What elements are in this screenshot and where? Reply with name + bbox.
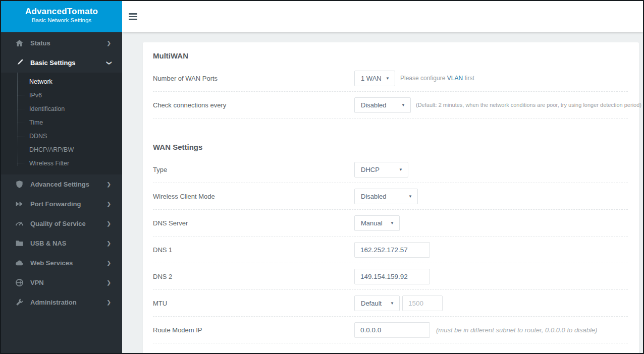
logo-block: AdvancedTomato Basic Network Settings bbox=[1, 1, 122, 32]
row-check-connections: Check connections every Disabled ▼ (Defa… bbox=[153, 92, 628, 119]
submenu-label: Wireless Filter bbox=[29, 160, 69, 167]
sidebar-item-label: Administration bbox=[30, 299, 77, 306]
select-value: Default bbox=[361, 300, 382, 307]
chevron-right-icon: ❯ bbox=[107, 241, 111, 246]
settings-card: MultiWAN Number of WAN Ports 1 WAN ▼ Ple… bbox=[143, 42, 639, 354]
sidebar-item-quality-of-service[interactable]: Quality of Service ❯ bbox=[1, 214, 122, 233]
submenu-label: Network bbox=[29, 78, 52, 85]
vlan-link[interactable]: VLAN bbox=[447, 75, 463, 82]
row-number-of-wan-ports: Number of WAN Ports 1 WAN ▼ Please confi… bbox=[153, 65, 628, 92]
submenu-label: IPv6 bbox=[29, 92, 42, 99]
dns-server-select[interactable]: Manual ▼ bbox=[354, 215, 400, 231]
setting-label: Check connections every bbox=[153, 101, 354, 109]
wan-ports-hint: Please configure VLAN first bbox=[400, 75, 474, 82]
sidebar-item-basic-settings[interactable]: Basic Settings ❯ bbox=[1, 53, 122, 73]
dropdown-arrow-icon: ▼ bbox=[390, 301, 394, 306]
gauge-icon bbox=[15, 219, 24, 228]
sidebar-item-label: VPN bbox=[30, 279, 44, 286]
sidebar-item-usb-nas[interactable]: USB & NAS ❯ bbox=[1, 233, 122, 253]
chevron-right-icon: ❯ bbox=[107, 280, 111, 285]
setting-label: Route Modem IP bbox=[153, 326, 354, 334]
check-connections-hint: (Default: 2 minutes, when the network co… bbox=[416, 102, 641, 108]
sidebar-item-label: Web Services bbox=[30, 259, 73, 267]
sidebar-item-label: USB & NAS bbox=[30, 240, 67, 247]
sidebar-item-label: Status bbox=[30, 39, 50, 47]
route-modem-ip-input[interactable] bbox=[354, 322, 430, 338]
sidebar-nav: Status ❯ Basic Settings ❯ Network IPv6 I… bbox=[1, 32, 122, 353]
dns2-input[interactable] bbox=[354, 269, 430, 284]
home-icon bbox=[15, 39, 24, 47]
sidebar-item-advanced-settings[interactable]: Advanced Settings ❯ bbox=[1, 174, 122, 194]
dropdown-arrow-icon: ▼ bbox=[401, 103, 405, 107]
row-mtu: MTU Default ▼ bbox=[153, 290, 628, 317]
basic-settings-submenu: Network IPv6 Identification Time DDNS DH… bbox=[1, 73, 122, 174]
wireless-client-mode-select[interactable]: Disabled ▼ bbox=[354, 189, 418, 204]
globe-icon bbox=[15, 278, 24, 287]
chevron-right-icon: ❯ bbox=[107, 300, 111, 305]
sidebar-item-vpn[interactable]: VPN ❯ bbox=[1, 273, 122, 292]
select-value: 1 WAN bbox=[361, 75, 382, 82]
sidebar-item-ipv6[interactable]: IPv6 bbox=[1, 89, 122, 102]
sidebar-item-web-services[interactable]: Web Services ❯ bbox=[1, 253, 122, 273]
row-dns2: DNS 2 bbox=[153, 263, 628, 290]
chevron-right-icon: ❯ bbox=[107, 182, 111, 187]
shield-icon bbox=[15, 180, 24, 189]
cloud-icon bbox=[15, 259, 24, 267]
sidebar-item-network[interactable]: Network bbox=[1, 75, 122, 89]
mtu-select[interactable]: Default ▼ bbox=[354, 296, 400, 311]
app-title: AdvancedTomato bbox=[1, 7, 122, 17]
setting-label: Number of WAN Ports bbox=[153, 75, 354, 82]
sidebar-item-port-forwarding[interactable]: Port Forwarding ❯ bbox=[1, 194, 122, 214]
route-modem-hint: (must be in different subnet to router, … bbox=[436, 326, 597, 334]
chevron-right-icon: ❯ bbox=[107, 202, 111, 207]
check-connections-select[interactable]: Disabled ▼ bbox=[354, 97, 411, 113]
sidebar-item-identification[interactable]: Identification bbox=[1, 102, 122, 116]
submenu-label: DDNS bbox=[29, 133, 47, 140]
submenu-label: DHCP/ARP/BW bbox=[29, 146, 74, 153]
dns1-input[interactable] bbox=[354, 242, 430, 258]
select-value: Disabled bbox=[361, 193, 387, 200]
setting-label: Wireless Client Mode bbox=[153, 193, 354, 200]
paintbrush-icon bbox=[15, 58, 24, 67]
setting-label: DNS 2 bbox=[153, 273, 354, 280]
dropdown-arrow-icon: ▼ bbox=[386, 76, 390, 81]
row-dns-server: DNS Server Manual ▼ bbox=[153, 210, 628, 237]
app-window: AdvancedTomato Basic Network Settings St… bbox=[0, 0, 644, 354]
setting-label: DNS 1 bbox=[153, 246, 354, 254]
mtu-value-input bbox=[402, 296, 443, 311]
sidebar-item-time[interactable]: Time bbox=[1, 116, 122, 130]
page-title: Basic Network Settings bbox=[1, 17, 122, 23]
setting-label: DNS Server bbox=[153, 219, 354, 227]
sidebar-item-label: Advanced Settings bbox=[30, 181, 89, 188]
menu-toggle-icon[interactable] bbox=[129, 13, 137, 20]
row-dns1: DNS 1 bbox=[153, 237, 628, 263]
chevron-right-icon: ❯ bbox=[107, 221, 111, 226]
select-value: DHCP bbox=[361, 166, 380, 173]
wrench-icon bbox=[15, 298, 24, 307]
row-type: Type DHCP ▼ bbox=[153, 156, 628, 183]
section-title-wan-settings: WAN Settings bbox=[153, 143, 628, 151]
sidebar-item-label: Basic Settings bbox=[30, 59, 76, 67]
sidebar-item-status[interactable]: Status ❯ bbox=[1, 33, 122, 53]
chevron-right-icon: ❯ bbox=[107, 261, 111, 266]
dropdown-arrow-icon: ▼ bbox=[399, 167, 403, 172]
chevron-down-icon: ❯ bbox=[106, 61, 112, 65]
sidebar-item-label: Port Forwarding bbox=[30, 200, 81, 208]
sidebar-item-dhcp-arp-bw[interactable]: DHCP/ARP/BW bbox=[1, 143, 122, 157]
fast-forward-icon bbox=[15, 200, 24, 208]
sidebar-item-administration[interactable]: Administration ❯ bbox=[1, 292, 122, 312]
sidebar-item-wireless-filter[interactable]: Wireless Filter bbox=[1, 157, 122, 170]
wan-ports-select[interactable]: 1 WAN ▼ bbox=[354, 71, 395, 86]
select-value: Manual bbox=[361, 219, 383, 227]
section-title-multiwan: MultiWAN bbox=[153, 51, 628, 60]
row-route-modem-ip: Route Modem IP (must be in different sub… bbox=[153, 317, 628, 343]
select-value: Disabled bbox=[361, 101, 387, 109]
submenu-label: Time bbox=[29, 119, 43, 126]
top-bar bbox=[122, 1, 643, 32]
setting-label: Type bbox=[153, 166, 354, 173]
hint-text: first bbox=[463, 75, 474, 82]
sidebar-item-ddns[interactable]: DDNS bbox=[1, 130, 122, 143]
wan-type-select[interactable]: DHCP ▼ bbox=[354, 162, 408, 178]
sidebar-item-label: Quality of Service bbox=[30, 220, 86, 227]
dropdown-arrow-icon: ▼ bbox=[390, 221, 394, 225]
